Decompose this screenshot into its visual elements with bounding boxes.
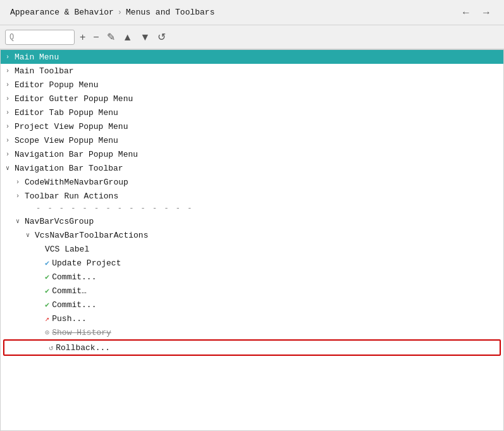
- expand-arrow: ›: [16, 179, 25, 186]
- item-icon: ✔: [45, 286, 49, 296]
- item-label: Commit...: [52, 272, 96, 282]
- search-input[interactable]: [16, 33, 67, 42]
- item-icon: ⊙: [45, 328, 49, 337]
- item-label: Navigation Bar Popup Menu: [15, 150, 138, 159]
- item-label: VCS Label: [45, 245, 89, 254]
- tree-item-codeWithMe[interactable]: ›CodeWithMeNavbarGroup: [1, 175, 503, 189]
- item-label: Editor Popup Menu: [15, 80, 99, 90]
- expand-arrow: ›: [6, 123, 15, 130]
- item-label: Main Menu: [15, 52, 59, 62]
- expand-arrow: ›: [16, 193, 25, 200]
- tree-item-project-view-popup-menu[interactable]: ›Project View Popup Menu: [1, 119, 503, 133]
- tree-container: ›Main Menu›Main Toolbar›Editor Popup Men…: [0, 49, 504, 431]
- tree-item-editor-tab-popup-menu[interactable]: ›Editor Tab Popup Menu: [1, 106, 503, 119]
- expand-arrow: ∨: [6, 164, 15, 172]
- highlighted-item-box: ↺Rollback...: [3, 339, 501, 356]
- nav-back-button[interactable]: ←: [458, 6, 474, 20]
- item-icon: ↗: [45, 314, 49, 324]
- edit-button[interactable]: ✎: [104, 31, 118, 44]
- item-label: CodeWithMeNavbarGroup: [25, 178, 128, 187]
- tree-item-rollback[interactable]: ↺Rollback...: [4, 341, 500, 355]
- tree-item-editor-popup-menu[interactable]: ›Editor Popup Menu: [1, 78, 503, 92]
- item-label: VcsNavBarToolbarActions: [35, 231, 148, 240]
- expand-arrow: ∨: [16, 217, 25, 225]
- expand-arrow: ›: [6, 82, 15, 88]
- item-label: Commit…: [52, 286, 87, 296]
- tree-item-navigation-bar-popup-menu[interactable]: ›Navigation Bar Popup Menu: [1, 147, 503, 161]
- item-label: Commit...: [52, 300, 96, 310]
- tree-item-commit3[interactable]: ✔Commit...: [1, 298, 503, 312]
- tree-item-commit1[interactable]: ✔Commit...: [1, 270, 503, 284]
- reset-button[interactable]: ↺: [155, 31, 168, 44]
- item-icon: ↺: [49, 343, 53, 353]
- search-icon: Q: [9, 33, 14, 42]
- item-icon: ✔: [45, 258, 49, 268]
- nav-forward-button[interactable]: →: [479, 6, 494, 20]
- item-icon: ✔: [45, 300, 49, 310]
- tree-item-update-project[interactable]: ✔Update Project: [1, 256, 503, 270]
- item-label: Push...: [52, 314, 87, 324]
- item-label: Navigation Bar Toolbar: [15, 164, 123, 173]
- tree-item-navBarVcsGroup[interactable]: ∨NavBarVcsGroup: [1, 214, 503, 228]
- tree-item-vcs-label[interactable]: VCS Label: [1, 242, 503, 256]
- item-label: Editor Gutter Popup Menu: [15, 94, 133, 104]
- breadcrumb: Appearance & Behavior › Menus and Toolba…: [10, 8, 214, 17]
- remove-button[interactable]: −: [90, 31, 101, 44]
- item-label: Toolbar Run Actions: [25, 191, 118, 201]
- tree-item-editor-gutter-popup-menu[interactable]: ›Editor Gutter Popup Menu: [1, 92, 503, 106]
- item-label: Update Project: [52, 258, 121, 268]
- expand-arrow: ›: [6, 54, 15, 61]
- breadcrumb-part2: Menus and Toolbars: [126, 8, 214, 17]
- tree-item-scope-view-popup-menu[interactable]: ›Scope View Popup Menu: [1, 133, 503, 147]
- add-button[interactable]: +: [77, 31, 88, 44]
- nav-buttons: ← →: [458, 6, 494, 20]
- item-label: Project View Popup Menu: [15, 122, 128, 131]
- item-label: Show History: [52, 328, 111, 337]
- expand-arrow: ›: [6, 95, 15, 102]
- tree-item-push[interactable]: ↗Push...: [1, 312, 503, 325]
- expand-arrow: ›: [6, 137, 15, 144]
- search-box: Q: [5, 30, 75, 45]
- separator-item: - - - - - - - - - - - - - -: [1, 203, 503, 214]
- tree-item-toolbar-run-actions[interactable]: ›Toolbar Run Actions: [1, 189, 503, 203]
- tree-item-commit2[interactable]: ✔Commit…: [1, 284, 503, 298]
- item-icon: ✔: [45, 272, 49, 282]
- header: Appearance & Behavior › Menus and Toolba…: [0, 0, 504, 25]
- tree-item-main-menu[interactable]: ›Main Menu: [1, 50, 503, 64]
- breadcrumb-separator: ›: [118, 8, 122, 17]
- tree-item-vcsNavBarToolbarActions[interactable]: ∨VcsNavBarToolbarActions: [1, 228, 503, 242]
- tree-item-navigation-bar-toolbar[interactable]: ∨Navigation Bar Toolbar: [1, 161, 503, 175]
- breadcrumb-part1: Appearance & Behavior: [10, 8, 114, 17]
- item-label: NavBarVcsGroup: [25, 217, 94, 226]
- move-up-button[interactable]: ▲: [120, 31, 135, 44]
- item-label: Scope View Popup Menu: [15, 136, 118, 145]
- expand-arrow: ›: [6, 151, 15, 158]
- item-label: Rollback...: [56, 343, 110, 353]
- expand-arrow: ›: [6, 68, 15, 75]
- item-label: Main Toolbar: [15, 66, 74, 76]
- tree-item-main-toolbar[interactable]: ›Main Toolbar: [1, 64, 503, 78]
- move-down-button[interactable]: ▼: [138, 31, 153, 44]
- item-label: Editor Tab Popup Menu: [15, 108, 118, 118]
- expand-arrow: ∨: [26, 231, 35, 239]
- expand-arrow: ›: [6, 109, 15, 116]
- toolbar: Q + − ✎ ▲ ▼ ↺: [0, 25, 504, 49]
- tree-item-show-history[interactable]: ⊙Show History: [1, 325, 503, 339]
